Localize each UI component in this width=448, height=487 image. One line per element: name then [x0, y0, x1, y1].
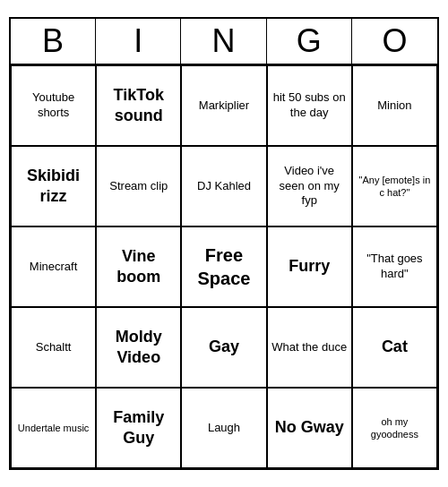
bingo-cell-14: "That goes hard"	[352, 226, 437, 307]
bingo-card: B I N G O Youtube shortsTikTok soundMark…	[9, 17, 439, 470]
bingo-cell-15: Schaltt	[11, 307, 96, 388]
bingo-cell-24: oh my gyoodness	[352, 388, 437, 468]
bingo-cell-18: What the duce	[267, 307, 352, 388]
letter-i: I	[96, 19, 181, 64]
bingo-cell-8: Video i've seen on my fyp	[267, 146, 352, 226]
bingo-cell-13: Furry	[267, 226, 352, 307]
bingo-cell-23: No Gway	[267, 388, 352, 468]
bingo-cell-1: TikTok sound	[96, 65, 181, 146]
bingo-cell-20: Undertale music	[11, 388, 96, 468]
bingo-cell-4: Minion	[352, 65, 437, 146]
bingo-cell-12: Free Space	[181, 226, 266, 307]
bingo-cell-6: Stream clip	[96, 146, 181, 226]
bingo-cell-22: Laugh	[181, 388, 266, 468]
bingo-cell-11: Vine boom	[96, 226, 181, 307]
bingo-grid: Youtube shortsTikTok soundMarkiplierhit …	[11, 65, 437, 468]
bingo-cell-17: Gay	[181, 307, 266, 388]
bingo-cell-19: Cat	[352, 307, 437, 388]
letter-b: B	[11, 19, 96, 64]
letter-n: N	[181, 19, 266, 64]
bingo-cell-5: Skibidi rizz	[11, 146, 96, 226]
bingo-cell-3: hit 50 subs on the day	[267, 65, 352, 146]
bingo-cell-7: DJ Kahled	[181, 146, 266, 226]
bingo-cell-2: Markiplier	[181, 65, 266, 146]
bingo-cell-16: Moldy Video	[96, 307, 181, 388]
letter-o: O	[352, 19, 437, 64]
bingo-cell-10: Minecraft	[11, 226, 96, 307]
bingo-header: B I N G O	[11, 19, 437, 65]
bingo-cell-9: "Any [emote]s in c hat?"	[352, 146, 437, 226]
bingo-cell-0: Youtube shorts	[11, 65, 96, 146]
bingo-cell-21: Family Guy	[96, 388, 181, 468]
letter-g: G	[267, 19, 352, 64]
